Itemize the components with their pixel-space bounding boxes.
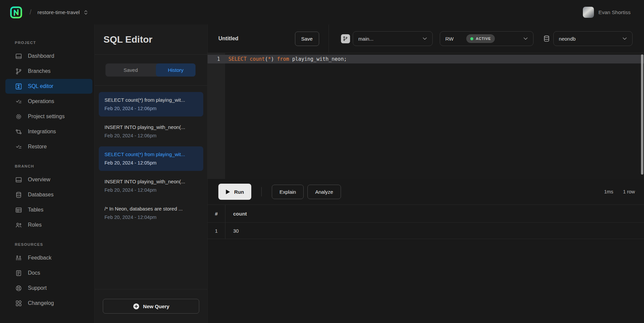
branch-icon[interactable] (341, 34, 350, 43)
sidebar-item-restore[interactable]: Restore (5, 139, 92, 154)
sidebar-item-changelog[interactable]: Changelog (5, 296, 92, 311)
sidebar-item-label: Changelog (28, 300, 54, 306)
sql-editor-panel: SQL Editor Saved History SELECT count(*)… (95, 25, 208, 323)
query-duration: 1ms (604, 189, 613, 194)
compute-status-label: ACTIVE (476, 37, 491, 41)
restore-icon (15, 143, 22, 150)
history-item[interactable]: INSERT INTO playing_with_neon(...Feb 20,… (99, 119, 203, 144)
code-text: SELECT count(*) from playing_with_neon; (225, 56, 347, 62)
code-token: count (250, 56, 265, 62)
nav-section-branch: BRANCHOverviewDatabasesTablesRoles (0, 164, 94, 232)
tab-saved[interactable]: Saved (105, 63, 156, 77)
sidebar-item-operations[interactable]: Operations (5, 94, 92, 109)
tabs-container: Saved History (95, 55, 207, 86)
nav-section-label: BRANCH (15, 164, 94, 168)
feedback-icon (15, 254, 22, 262)
history-item[interactable]: SELECT count(*) from playing_wit...Feb 2… (99, 92, 203, 117)
sidebar-item-docs[interactable]: Docs (5, 266, 92, 280)
integrations-icon (15, 128, 22, 135)
database-icon (543, 35, 550, 43)
databases-icon (15, 191, 22, 198)
new-query-button[interactable]: New Query (103, 299, 199, 314)
compute-select[interactable]: RW ACTIVE (440, 31, 533, 46)
run-label: Run (234, 189, 244, 195)
roles-icon (15, 221, 22, 229)
top-bar: / restore-time-travel Evan Shortiss (0, 0, 644, 25)
neon-logo[interactable] (10, 6, 22, 18)
chevron-down-icon (423, 37, 427, 40)
query-history-list: SELECT count(*) from playing_wit...Feb 2… (95, 86, 207, 289)
editor-gutter (208, 53, 225, 179)
history-item-query: INSERT INTO playing_with_neon(... (104, 178, 198, 185)
code-line-1: 1 SELECT count(*) from playing_with_neon… (208, 55, 644, 63)
history-item[interactable]: INSERT INTO playing_with_neon(...Feb 20,… (99, 174, 203, 198)
up-down-chevron-icon (84, 10, 88, 15)
history-item-timestamp: Feb 20, 2024 - 12:06pm (104, 105, 198, 112)
history-item-query: SELECT count(*) from playing_wit... (104, 151, 198, 158)
project-breadcrumb-selector[interactable]: restore-time-travel (38, 9, 88, 15)
history-item[interactable]: SELECT count(*) from playing_wit...Feb 2… (99, 146, 203, 171)
table-row: 130 (208, 223, 644, 239)
sidebar-item-label: SQL editor (28, 83, 53, 89)
sidebar-item-sql-editor[interactable]: SQL editor (5, 79, 92, 94)
branch-select[interactable]: main... (353, 31, 433, 46)
sidebar-item-integrations[interactable]: Integrations (5, 124, 92, 139)
nav-section-label: PROJECT (15, 41, 94, 45)
sidebar-item-support[interactable]: Support (5, 281, 92, 295)
sidebar-item-label: Operations (28, 98, 54, 104)
breadcrumb-separator: / (30, 8, 32, 16)
run-button[interactable]: Run (218, 184, 251, 200)
results-header-row: #count (208, 205, 644, 223)
analyze-button[interactable]: Analyze (307, 185, 341, 199)
tab-history[interactable]: History (156, 63, 196, 77)
sidebar-item-dashboard[interactable]: Dashboard (5, 49, 92, 63)
sidebar-item-label: Tables (28, 207, 43, 213)
active-status-dot (470, 37, 473, 40)
history-item[interactable]: /* In Neon, databases are stored ...Feb … (99, 201, 203, 225)
saved-history-tabs: Saved History (105, 63, 196, 77)
history-item-query: SELECT count(*) from playing_wit... (104, 96, 198, 103)
page-title: SQL Editor (103, 34, 153, 45)
sidebar-item-label: Support (28, 285, 47, 291)
branch-select-value: main... (358, 36, 374, 42)
sidebar-item-overview[interactable]: Overview (5, 172, 92, 187)
save-button[interactable]: Save (295, 32, 319, 46)
code-token (274, 56, 277, 62)
sidebar-item-label: Feedback (28, 255, 51, 261)
compute-status-badge: ACTIVE (466, 34, 495, 43)
sidebar: PROJECTDashboardBranchesSQL editorOperat… (0, 25, 95, 323)
sidebar-item-feedback[interactable]: Feedback (5, 250, 92, 265)
results-cell: 30 (225, 223, 239, 239)
sql-editor-icon (15, 83, 22, 90)
results-column-header: count (225, 205, 247, 222)
nav-section-project: PROJECTDashboardBranchesSQL editorOperat… (0, 41, 94, 154)
database-select-value: neondb (559, 36, 576, 42)
sidebar-item-project-settings[interactable]: Project settings (5, 109, 92, 124)
sidebar-item-roles[interactable]: Roles (5, 218, 92, 232)
user-menu[interactable]: Evan Shortiss (583, 7, 631, 18)
support-icon (15, 284, 22, 292)
operations-icon (15, 98, 22, 105)
editor-scrollbar[interactable] (641, 54, 643, 175)
sql-code-editor[interactable]: 1 SELECT count(*) from playing_with_neon… (208, 53, 644, 179)
code-token (247, 56, 250, 62)
sidebar-item-label: Docs (28, 270, 40, 276)
code-token: SELECT (228, 56, 247, 62)
history-item-timestamp: Feb 20, 2024 - 12:06pm (104, 132, 198, 139)
plus-circle-icon (133, 303, 140, 310)
explain-button[interactable]: Explain (272, 185, 304, 199)
panel-footer: New Query (95, 289, 207, 323)
sidebar-item-databases[interactable]: Databases (5, 187, 92, 202)
sidebar-item-label: Overview (28, 177, 50, 183)
history-item-timestamp: Feb 20, 2024 - 12:05pm (104, 159, 198, 167)
sidebar-item-branches[interactable]: Branches (5, 64, 92, 79)
sidebar-item-tables[interactable]: Tables (5, 202, 92, 217)
nav-section-resources: RESOURCESFeedbackDocsSupportChangelog (0, 242, 94, 311)
history-item-query: /* In Neon, databases are stored ... (104, 205, 198, 212)
sidebar-item-label: Roles (28, 222, 42, 228)
sidebar-item-label: Integrations (28, 129, 56, 135)
chevron-down-icon (523, 37, 528, 40)
header-divider (329, 25, 329, 53)
database-select[interactable]: neondb (553, 31, 633, 46)
results-row-number: 1 (208, 223, 225, 239)
